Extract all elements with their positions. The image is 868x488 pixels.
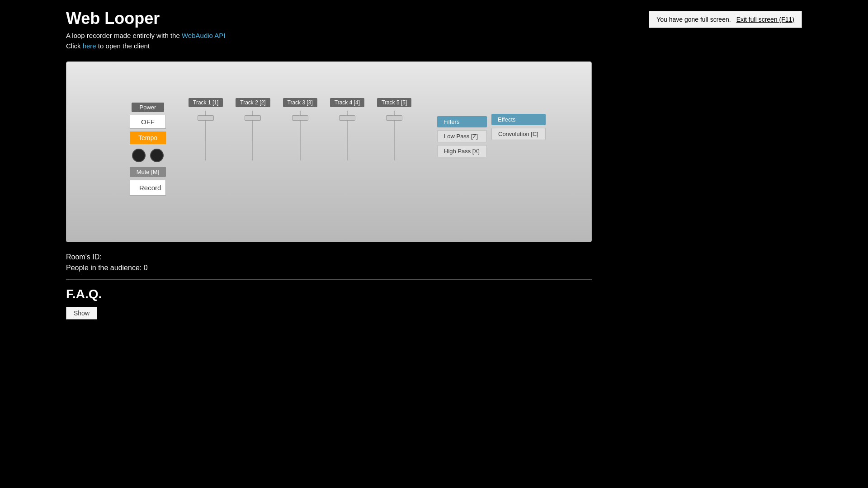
header-left: Web Looper A loop recorder made entirely… (66, 9, 225, 52)
looper-panel: Power OFF Tempo Mute [M] Record Track 1 … (66, 61, 592, 242)
faq-section: F.A.Q. Show (66, 287, 802, 319)
power-label: Power (132, 103, 165, 112)
track-1-slider[interactable] (205, 111, 206, 165)
faq-title: F.A.Q. (66, 287, 802, 301)
track-4-column: Track 4 [4] (330, 98, 364, 165)
webaudio-api-link[interactable]: WebAudio API (182, 32, 225, 39)
faq-show-button[interactable]: Show (66, 307, 97, 319)
knob-left[interactable] (132, 149, 146, 162)
high-pass-button[interactable]: High Pass [X] (437, 145, 487, 157)
divider (66, 279, 592, 280)
power-button[interactable]: OFF (130, 115, 166, 129)
fullscreen-notice: You have gone full screen. Exit full scr… (649, 11, 802, 28)
effects-button[interactable]: Effects (491, 114, 546, 125)
page-title: Web Looper (66, 9, 225, 28)
track-3-slider[interactable] (300, 111, 301, 165)
tempo-button[interactable]: Tempo (130, 131, 166, 144)
here-link[interactable]: here (83, 42, 96, 50)
track-2-column: Track 2 [2] (236, 98, 270, 165)
track-2-slider[interactable] (252, 111, 253, 165)
track-5-slider[interactable] (394, 111, 395, 165)
controls-section: Power OFF Tempo Mute [M] Record (130, 103, 166, 196)
room-audience-line: People in the audience: 0 (66, 264, 802, 272)
track-4-label: Track 4 [4] (330, 98, 364, 107)
room-id-line: Room's ID: (66, 253, 802, 261)
track-5-label: Track 5 [5] (377, 98, 411, 107)
record-button[interactable]: Record (130, 180, 166, 196)
track-1-label: Track 1 [1] (189, 98, 223, 107)
track-5-column: Track 5 [5] (377, 98, 411, 165)
knob-right[interactable] (150, 149, 164, 162)
mute-button[interactable]: Mute [M] (130, 167, 166, 177)
filters-button[interactable]: Filters (437, 116, 487, 127)
exit-fullscreen-link[interactable]: Exit full screen (F11) (736, 16, 794, 23)
track-3-column: Track 3 [3] (283, 98, 317, 165)
click-line: Click here to open the client (66, 42, 225, 50)
filters-section: Filters Low Pass [Z] High Pass [X] (437, 116, 487, 157)
effects-section: Effects Convolution [C] (491, 114, 546, 140)
convolution-button[interactable]: Convolution [C] (491, 128, 546, 140)
knobs-row (132, 149, 164, 162)
subtitle: A loop recorder made entirely with the W… (66, 32, 225, 39)
low-pass-button[interactable]: Low Pass [Z] (437, 130, 487, 142)
track-3-label: Track 3 [3] (283, 98, 317, 107)
track-2-label: Track 2 [2] (236, 98, 270, 107)
tracks-section: Track 1 [1] Track 2 [2] Track 3 [3] (189, 98, 411, 165)
track-4-slider[interactable] (347, 111, 348, 165)
track-1-column: Track 1 [1] (189, 98, 223, 165)
fullscreen-message: You have gone full screen. (656, 16, 731, 23)
